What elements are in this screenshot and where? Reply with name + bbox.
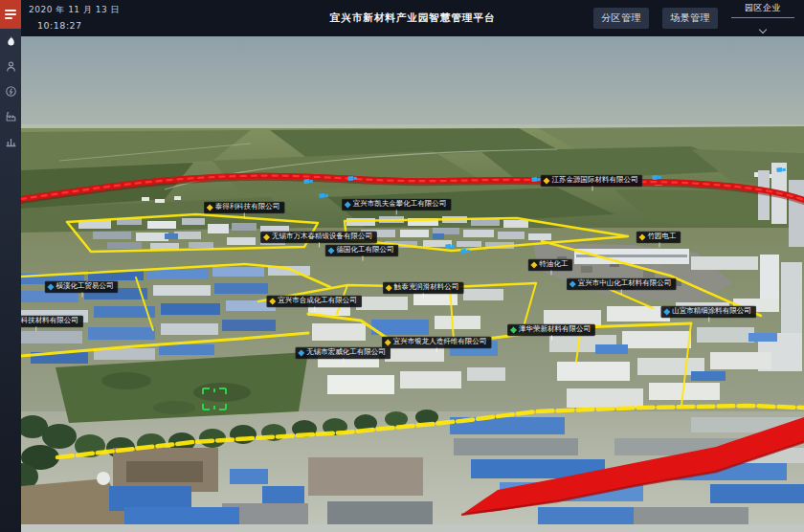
- marker-stem: [708, 318, 709, 322]
- power-icon[interactable]: [0, 78, 21, 103]
- enterprise-dropdown[interactable]: 园区企业: [731, 0, 794, 36]
- marker-icon: [510, 326, 517, 333]
- page-title: 宜兴市新材料产业园智慧管理平台: [330, 11, 496, 25]
- marker-label: 德国化工有限公司: [337, 246, 394, 255]
- marker-layer: 泰得利科技有限公司宜兴市凯夫金攀化工有限公司无锡市万木春精锻设备有限公司德国化工…: [21, 36, 804, 532]
- marker-label: 无锡市宏威化工有限公司: [306, 348, 386, 357]
- map-view[interactable]: 泰得利科技有限公司宜兴市凯夫金攀化工有限公司无锡市万木春精锻设备有限公司德国化工…: [21, 36, 804, 532]
- map-marker[interactable]: 宜兴市合成化工有限公司: [266, 295, 362, 307]
- marker-label: 泰得利科技有限公司: [215, 203, 280, 211]
- enterprise-dropdown-label: 园区企业: [731, 2, 794, 18]
- map-marker[interactable]: 横溪化工贸易公司: [45, 280, 119, 293]
- marker-stem: [551, 336, 552, 341]
- marker-icon: [663, 308, 670, 315]
- map-marker[interactable]: 特油化工: [528, 258, 573, 271]
- map-marker[interactable]: 德国化工有限公司: [325, 244, 399, 256]
- bar-chart-icon[interactable]: [0, 128, 21, 153]
- person-icon[interactable]: [0, 54, 21, 78]
- map-marker[interactable]: 山宜市精细涂料有限公司: [660, 305, 756, 318]
- marker-stem: [436, 348, 437, 353]
- map-marker[interactable]: 潭华荣新材料有限公司: [507, 323, 595, 336]
- marker-icon: [386, 284, 392, 291]
- marker-icon: [327, 247, 334, 254]
- marker-label: 特油化工: [540, 260, 569, 269]
- marker-label: 横溪化工贸易公司: [56, 282, 114, 291]
- marker-label: 宜兴丽科技材料有限公司: [21, 317, 78, 325]
- marker-label: 宜兴市银龙人造纤维有限公司: [393, 338, 487, 346]
- marker-label: 宜兴市中山化工材料有限公司: [578, 279, 672, 288]
- marker-label: 触泰克润滑材料公司: [394, 283, 459, 292]
- map-marker[interactable]: 无锡市宏威化工有限公司: [295, 346, 391, 359]
- marker-icon: [263, 233, 270, 240]
- hamburger-icon[interactable]: [0, 0, 21, 29]
- map-marker[interactable]: 触泰克润滑材料公司: [383, 281, 464, 294]
- time-label: 10:18:27: [37, 20, 120, 31]
- marker-stem: [35, 327, 36, 332]
- marker-icon: [345, 201, 351, 208]
- sidebar: [0, 0, 21, 532]
- map-marker[interactable]: 竹园电工: [636, 231, 681, 243]
- marker-icon: [543, 177, 549, 184]
- flame-icon[interactable]: [0, 29, 21, 54]
- marker-stem: [659, 243, 659, 248]
- datetime-block: 2020 年 11 月 13 日 10:18:27: [29, 4, 120, 31]
- marker-stem: [550, 271, 551, 276]
- chevron-down-icon: [759, 26, 767, 33]
- map-marker[interactable]: 宜兴市中山化工材料有限公司: [567, 277, 677, 290]
- zone-manage-button[interactable]: 分区管理: [593, 8, 649, 29]
- marker-icon: [47, 283, 54, 290]
- map-marker[interactable]: 无锡市万木春精锻设备有限公司: [260, 231, 377, 243]
- marker-icon: [269, 298, 276, 304]
- marker-label: 无锡市万木春精锻设备有限公司: [272, 233, 372, 241]
- header-actions: 分区管理 场景管理 园区企业: [593, 0, 794, 36]
- marker-label: 江苏金源国际材料有限公司: [552, 176, 638, 185]
- marker-icon: [570, 280, 576, 287]
- marker-icon: [385, 339, 391, 345]
- marker-label: 潭华荣新材料有限公司: [519, 325, 591, 334]
- map-marker[interactable]: 江苏金源国际材料有限公司: [541, 174, 643, 187]
- marker-label: 宜兴市凯夫金攀化工有限公司: [353, 200, 447, 209]
- marker-stem: [81, 293, 82, 298]
- scene-manage-button[interactable]: 场景管理: [662, 8, 718, 29]
- marker-label: 山宜市精细涂料有限公司: [672, 307, 751, 316]
- marker-stem: [592, 187, 592, 191]
- factory-icon[interactable]: [0, 103, 21, 128]
- map-marker[interactable]: 泰得利科技有限公司: [204, 201, 285, 213]
- marker-stem: [423, 294, 424, 299]
- marker-label: 竹园电工: [648, 233, 677, 241]
- date-label: 2020 年 11 月 13 日: [29, 4, 120, 16]
- marker-stem: [244, 213, 245, 218]
- map-marker[interactable]: 宜兴丽科技材料有限公司: [21, 315, 83, 327]
- marker-stem: [314, 307, 315, 312]
- marker-stem: [343, 359, 344, 364]
- marker-stem: [621, 290, 622, 295]
- map-marker[interactable]: 宜兴市凯夫金攀化工有限公司: [342, 198, 452, 211]
- map-marker[interactable]: 宜兴市银龙人造纤维有限公司: [382, 336, 492, 348]
- marker-label: 宜兴市合成化工有限公司: [278, 297, 357, 305]
- marker-stem: [362, 256, 363, 261]
- top-bar: 2020 年 11 月 13 日 10:18:27 宜兴市新材料产业园智慧管理平…: [21, 0, 804, 36]
- marker-icon: [638, 233, 645, 240]
- marker-stem: [396, 211, 397, 215]
- marker-icon: [298, 349, 304, 356]
- marker-stem: [319, 243, 320, 248]
- marker-icon: [530, 261, 537, 268]
- marker-icon: [207, 204, 213, 211]
